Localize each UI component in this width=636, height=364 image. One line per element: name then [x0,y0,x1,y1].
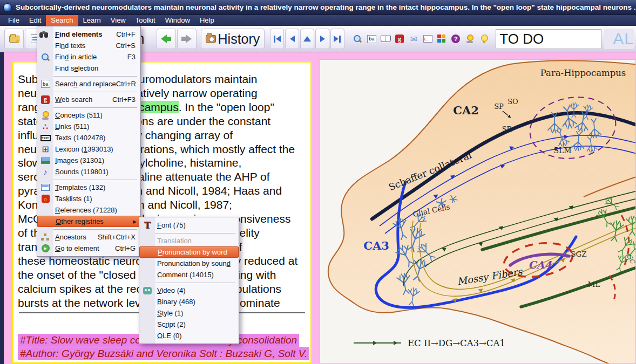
folder-star-icon [9,36,19,43]
book-icon [381,36,391,42]
bulb-icon [481,35,488,43]
help-button[interactable] [449,30,462,48]
menu-item-find-elements[interactable]: Find elements Ctrl+F [37,29,140,40]
window-left-edge [0,52,4,364]
dictionary-button[interactable] [379,30,392,48]
menu-learn[interactable]: Learn [78,15,106,26]
last-icon [334,36,339,42]
menu-edit[interactable]: Edit [24,15,46,26]
text-window-button[interactable] [421,30,434,48]
label-sgz: SGZ [571,250,586,258]
menu-item-lexicon[interactable]: Lexicon (1393013) [37,143,140,155]
lamp-icon [466,35,473,43]
concept-button[interactable] [477,30,490,48]
text-window-icon [423,35,432,43]
go-to-element-icon [42,244,50,252]
legend-pathway-text: EC II→DG→CA3→CA1 [408,338,505,348]
menu-item-concepts[interactable]: Concepts (511) [37,109,140,121]
back-arrow-icon [161,35,171,43]
history-label: History [218,31,260,47]
colors-button[interactable] [435,30,448,48]
next-element-button[interactable] [315,29,329,49]
magnifier-icon [41,53,50,61]
search-replace-icon [367,35,376,43]
menu-search[interactable]: Search [46,15,78,26]
menu-item-find-in-article[interactable]: Find in article F3 [37,51,140,63]
email-button[interactable] [407,30,420,48]
replace-tool-button[interactable] [365,30,378,48]
prev-icon [290,36,295,42]
menu-item-links[interactable]: Links (511) [37,121,140,132]
web-search-button[interactable] [393,30,406,48]
submenu-item-font[interactable]: Font (75) [139,219,239,231]
label-slm: SLM [553,146,571,155]
label-so: SO [508,98,518,106]
first-element-button[interactable] [270,29,284,49]
menu-item-templates[interactable]: Templates (132) [37,182,140,193]
template-icon [41,184,50,191]
bulb-icon [42,111,49,120]
submenu-item-style[interactable]: Style (1) [139,307,239,319]
ancestors-icon [41,233,50,241]
menu-item-images[interactable]: Images (31301) [37,155,140,166]
menu-item-ancestors[interactable]: Ancestors Shift+Ctrl+X [37,231,140,243]
submenu-item-translation[interactable]: Translation [139,235,239,246]
forward-button[interactable] [177,29,197,49]
menu-item-references[interactable]: References (71228) [37,204,140,216]
submenu-arrow-icon: ▶ [133,219,137,224]
binoculars-icon [39,31,51,38]
google-icon [395,35,404,43]
hippocampus-diagram: Para-Hippocampus CA2 SP SO SR SLM Schaff… [320,60,635,363]
color-palette-icon [437,35,446,43]
menu-item-other-registries[interactable]: Other registries ▶ [37,216,140,227]
menu-item-tasklists[interactable]: Tasklists (1) [37,193,140,204]
menu-view[interactable]: View [106,15,131,26]
prev-element-button[interactable] [285,29,299,49]
submenu-item-ole[interactable]: OLE (0) [139,330,239,341]
submenu-item-pronunciation-by-sound[interactable]: Pronunciation by sound [139,258,239,269]
submenu-item-binary[interactable]: Binary (468) [139,296,239,307]
diagram-pane[interactable]: Para-Hippocampus CA2 SP SO SR SLM Schaff… [320,59,636,364]
submenu-item-video[interactable]: Video (4) [139,285,239,296]
help-icon [451,35,460,43]
history-button[interactable]: History [201,29,265,49]
submenu-item-pronunciation-by-word[interactable]: Pronunciation by word [139,246,239,258]
label-ca4: CA4 [528,259,552,271]
menu-file[interactable]: File [3,15,24,26]
label-sp: SP [494,102,504,111]
back-button[interactable] [157,29,176,49]
submenu-item-script[interactable]: Script (2) [139,319,239,330]
search-menu-popup: Find elements Ctrl+F Find texts Ctrl+S F… [37,26,141,257]
next-icon [320,36,325,42]
menu-item-search-and-replace[interactable]: Search and replace Ctrl+R [37,78,140,90]
menu-toolkit[interactable]: Toolkit [131,15,160,26]
menu-item-sounds[interactable]: Sounds (119801) [37,166,140,177]
menu-item-find-texts[interactable]: Find texts Ctrl+S [37,40,140,51]
label-para-hippocampus: Para-Hippocampus [540,68,626,78]
menu-item-go-to-element[interactable]: Go to element Ctrl+G [37,243,140,254]
open-collection-button[interactable] [4,29,24,49]
title-bar: Subcortically-derived neuromodulators ma… [0,0,636,15]
submenu-item-comment[interactable]: Comment (14015) [139,269,239,280]
search-tool-button[interactable] [351,30,364,48]
text-registry-icon [40,135,51,141]
first-icon [276,36,281,42]
toolbar-right-panel: AL [604,29,634,49]
label-sr: SR [502,125,513,133]
tip-button[interactable] [463,30,476,48]
menu-window[interactable]: Window [160,15,195,26]
last-element-button[interactable] [330,29,344,49]
menu-separator [53,76,137,77]
menu-item-web-search[interactable]: Web search Ctrl+F3 [37,94,140,105]
search-replace-icon [41,80,50,88]
menu-item-texts[interactable]: Texts (1402478) [37,132,140,143]
menu-item-find-selection[interactable]: Find selection [37,63,140,74]
reference-author: #Author: György Buzsáki and Veronika Sol… [18,347,306,361]
other-registries-submenu: Font (75) Translation Pronunciation by w… [139,217,239,344]
parent-element-button[interactable] [300,29,314,49]
magnifier-icon [353,35,362,43]
todo-input[interactable] [496,29,601,49]
right-status-text: AL [613,30,634,48]
menu-help[interactable]: Help [195,15,219,26]
menu-separator [53,180,137,180]
